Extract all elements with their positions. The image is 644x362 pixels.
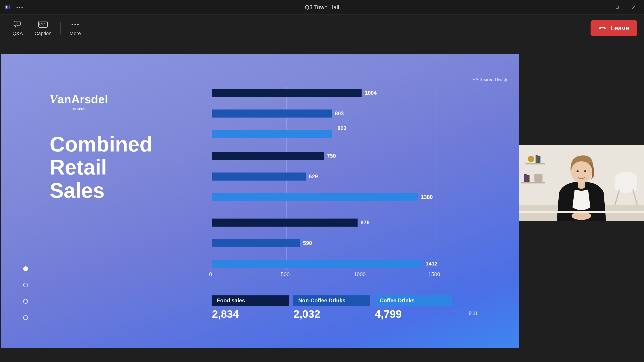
legend-total: 2,834 bbox=[212, 308, 289, 320]
brand-name: VanArsdel bbox=[50, 92, 108, 106]
svg-point-13 bbox=[528, 156, 534, 162]
page-dot[interactable] bbox=[23, 283, 28, 287]
svg-text:?: ? bbox=[16, 22, 18, 25]
qa-label: Q&A bbox=[12, 31, 23, 36]
chart-bar: 590 bbox=[212, 239, 300, 247]
presenter-video-tile[interactable] bbox=[519, 145, 644, 221]
chart-bar: 803 bbox=[212, 109, 332, 117]
bar-value-label: 803 bbox=[338, 125, 346, 131]
svg-rect-18 bbox=[527, 175, 530, 182]
chart-bar: 976 bbox=[212, 219, 358, 227]
legend-item: Non-Coffee Drinks 2,032 bbox=[294, 295, 370, 320]
slide-header-tag: VA Shared Design bbox=[472, 76, 508, 82]
legend-item: Food sales 2,834 bbox=[212, 295, 289, 320]
more-icon bbox=[72, 20, 79, 29]
grid-line bbox=[436, 87, 436, 270]
svg-rect-5 bbox=[616, 6, 618, 8]
svg-point-25 bbox=[584, 170, 586, 172]
bar-value-label: 750 bbox=[327, 153, 336, 159]
chart-grid: 100480380375062913809765901412 bbox=[212, 89, 449, 268]
more-button[interactable]: More bbox=[64, 20, 86, 36]
svg-rect-14 bbox=[536, 155, 538, 163]
legend-label: Food sales bbox=[212, 295, 289, 306]
svg-rect-15 bbox=[538, 156, 540, 163]
chart-bar: 1412 bbox=[212, 260, 422, 268]
slide-page-dots bbox=[23, 266, 28, 320]
bar-value-label: 1412 bbox=[426, 261, 438, 267]
chart-bar: 750 bbox=[212, 152, 324, 160]
window-minimize-button[interactable] bbox=[598, 4, 604, 10]
brand-presents: presents bbox=[50, 106, 108, 111]
chart-legend: Food sales 2,834 Non-Coffee Drinks 2,032… bbox=[212, 295, 452, 320]
leave-label: Leave bbox=[610, 24, 629, 32]
svg-point-24 bbox=[576, 170, 579, 172]
svg-rect-3 bbox=[8, 7, 10, 9]
qa-icon: ? bbox=[13, 20, 22, 29]
window-close-button[interactable] bbox=[630, 4, 637, 10]
slide-title-line: Retail bbox=[50, 156, 152, 179]
qa-button[interactable]: ? Q&A bbox=[7, 20, 28, 36]
bar-value-label: 803 bbox=[335, 110, 344, 117]
chart-bar bbox=[212, 130, 332, 138]
chart-bar: 629 bbox=[212, 173, 306, 181]
axis-tick-label: 1000 bbox=[354, 271, 366, 278]
legend-total: 4,799 bbox=[375, 308, 452, 320]
bar-value-label: 1004 bbox=[365, 90, 376, 96]
bar-chart: 100480380375062913809765901412 050010001… bbox=[212, 89, 449, 268]
x-axis: 050010001500 bbox=[211, 271, 448, 278]
window-title: Q3 Town Hall bbox=[305, 4, 339, 11]
meeting-stage: VA Shared Design P 01 VanArsdel presents… bbox=[0, 42, 644, 362]
page-dot[interactable] bbox=[23, 315, 28, 320]
axis-tick-label: 0 bbox=[209, 271, 212, 278]
axis-tick-label: 500 bbox=[281, 271, 290, 278]
slide-title: Combined Retail Sales bbox=[50, 133, 152, 202]
axis-tick-label: 1500 bbox=[428, 271, 440, 278]
meeting-toolbar: ? Q&A Caption More Leave bbox=[0, 14, 644, 42]
svg-rect-27 bbox=[519, 211, 644, 213]
brand-block: VanArsdel presents bbox=[50, 92, 108, 111]
svg-point-26 bbox=[572, 212, 591, 220]
legend-label: Non-Coffee Drinks bbox=[294, 295, 370, 306]
svg-rect-17 bbox=[524, 174, 526, 182]
svg-text:T: T bbox=[6, 5, 8, 9]
leave-button[interactable]: Leave bbox=[590, 20, 637, 36]
title-more-icon[interactable] bbox=[16, 7, 22, 8]
slide-page-number: P 01 bbox=[469, 310, 478, 316]
slide-title-line: Sales bbox=[50, 179, 152, 202]
chart-bar: 1380 bbox=[212, 193, 418, 201]
legend-item: Coffee Drinks 4,799 bbox=[375, 295, 452, 320]
window-maximize-button[interactable] bbox=[614, 4, 620, 10]
bar-value-label: 590 bbox=[303, 240, 312, 246]
caption-button[interactable]: Caption bbox=[28, 20, 57, 36]
legend-label: Coffee Drinks bbox=[375, 295, 452, 306]
bar-value-label: 629 bbox=[309, 173, 318, 180]
title-bar: T Q3 Town Hall bbox=[0, 0, 644, 14]
caption-icon bbox=[38, 20, 48, 29]
hang-up-icon bbox=[598, 24, 606, 32]
app-icon: T bbox=[4, 3, 11, 11]
svg-rect-19 bbox=[534, 174, 542, 182]
svg-point-2 bbox=[8, 5, 10, 6]
page-dot[interactable] bbox=[23, 266, 28, 271]
more-label: More bbox=[70, 31, 81, 36]
shared-slide: VA Shared Design P 01 VanArsdel presents… bbox=[1, 54, 519, 348]
legend-total: 2,032 bbox=[294, 308, 370, 320]
chart-bar: 1004 bbox=[212, 89, 362, 97]
bar-value-label: 976 bbox=[361, 219, 370, 226]
bar-value-label: 1380 bbox=[421, 194, 433, 200]
svg-rect-16 bbox=[521, 182, 545, 183]
svg-rect-12 bbox=[526, 163, 545, 164]
slide-title-line: Combined bbox=[50, 133, 152, 156]
page-dot[interactable] bbox=[23, 299, 28, 304]
caption-label: Caption bbox=[34, 31, 52, 36]
